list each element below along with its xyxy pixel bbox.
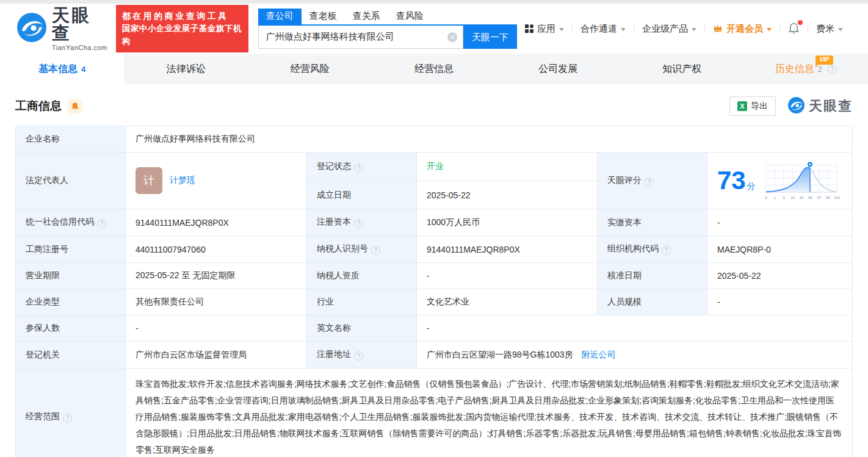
table-row: 企业类型 其他有限责任公司 行业 文化艺术业 人员规模 - <box>16 289 853 315</box>
chevron-down-icon <box>838 28 843 31</box>
field-label-company-type: 企业类型 <box>16 289 126 315</box>
tianyancha-logo[interactable]: 天眼查 TianYanCha.com <box>17 7 107 51</box>
field-value-insured: - <box>126 315 307 342</box>
field-value-business-term: 2025-05-22 至 无固定期限 <box>126 263 307 289</box>
help-icon[interactable]: ? <box>97 219 106 228</box>
field-label-reg-capital: 注册资本? <box>307 209 417 236</box>
search-button[interactable]: 天眼一下 <box>463 26 517 49</box>
svg-text:X: X <box>740 103 745 110</box>
nav-apps[interactable]: 应用 <box>517 23 572 35</box>
address-text: 广州市白云区望湖一路98号G栋1003房 <box>427 350 573 359</box>
field-value-company-type: 其他有限责任公司 <box>126 289 307 315</box>
nav-enterprise[interactable]: 企业级产品 <box>634 23 704 35</box>
search-tab-company[interactable]: 查公司 <box>258 9 302 24</box>
field-label-taxpayer-quality: 纳税人资质 <box>307 263 417 289</box>
site-header: 天眼查 TianYanCha.com 都在用的商业查询工具 国家中小企业发展子基… <box>0 4 868 54</box>
field-label-company-name: 企业名称 <box>16 126 126 153</box>
tab-history-info[interactable]: VIP 历史信息 2 ? <box>744 54 868 84</box>
field-label-text: 登记状态 <box>317 161 351 171</box>
notification-bell[interactable] <box>780 23 808 35</box>
field-label-text: 纳税人识别号 <box>317 243 368 253</box>
field-label-credit-code: 统一社会信用代码? <box>16 209 126 236</box>
tab-intellectual-property[interactable]: 知识产权 <box>620 54 744 84</box>
nav-user[interactable]: 费米 <box>808 23 851 35</box>
field-label-taxpayer-id: 纳税人识别号? <box>307 236 417 263</box>
field-value-credit-code: 91440111MAEJQR8P0X <box>126 209 307 236</box>
clear-icon[interactable]: ✕ <box>447 32 457 42</box>
field-value-scope: 珠宝首饰批发;软件开发;信息技术咨询服务;网络技术服务;文艺创作;食品销售（仅销… <box>126 369 853 457</box>
field-value-legal-rep: 计 计梦瑶 <box>126 153 307 209</box>
main-content: 工商信息 X 导出 <box>0 84 868 457</box>
table-row: 营业期限 2025-05-22 至 无固定期限 纳税人资质 - 核准日期 202… <box>16 263 853 289</box>
svg-text:15: 15 <box>790 196 795 200</box>
field-value-english-name: - <box>417 315 853 342</box>
svg-text:3: 3 <box>783 196 785 200</box>
field-label-english-name: 英文名称 <box>307 315 417 342</box>
search-tab-risk[interactable]: 查风险 <box>388 9 432 24</box>
field-label-reg-authority: 登记机关 <box>16 342 126 369</box>
export-label: 导出 <box>751 101 768 112</box>
field-label-org-code: 组织机构代码? <box>598 236 707 263</box>
svg-text:50: 50 <box>799 196 803 200</box>
field-value-score: 73分 <box>707 153 853 209</box>
field-value-reg-number: 440111007947060 <box>126 236 307 263</box>
score-unit: 分 <box>747 181 756 191</box>
help-icon[interactable]: ? <box>828 65 837 74</box>
field-label-text: 天眼评分 <box>607 175 642 185</box>
business-info-table: 企业名称 广州做点好事网络科技有限公司 法定代表人 计 计梦瑶 登记状态? 开业 <box>15 126 853 457</box>
monitor-bell-button[interactable] <box>68 99 82 113</box>
export-button[interactable]: X 导出 <box>729 96 776 116</box>
field-value-approval-date: 2025-05-22 <box>707 263 853 289</box>
svg-text:100: 100 <box>834 196 841 200</box>
svg-text:99: 99 <box>826 196 830 200</box>
table-row: 工商注册号 440111007947060 纳税人识别号? 91440111MA… <box>16 236 853 263</box>
field-label-reg-status: 登记状态? <box>307 153 417 181</box>
tab-count: 4 <box>81 65 85 74</box>
search-tab-boss[interactable]: 查老板 <box>302 9 345 24</box>
svg-text:85: 85 <box>808 196 812 200</box>
field-label-approval-date: 核准日期 <box>598 263 707 289</box>
help-icon[interactable]: ? <box>354 164 363 173</box>
field-value-reg-capital: 1000万人民币 <box>417 209 598 236</box>
search-input[interactable] <box>258 26 463 49</box>
nav-enterprise-label: 企业级产品 <box>642 23 688 35</box>
crown-icon <box>713 24 723 34</box>
field-label-scope: 经营范围? <box>16 369 126 457</box>
nav-user-label: 费米 <box>816 23 834 35</box>
tab-company-development[interactable]: 公司发展 <box>496 54 620 84</box>
tab-label: 历史信息 <box>775 63 814 76</box>
table-row: 经营范围? 珠宝首饰批发;软件开发;信息技术咨询服务;网络技术服务;文艺创作;食… <box>16 369 853 457</box>
legal-rep-link[interactable]: 计梦瑶 <box>170 175 195 186</box>
nav-vip[interactable]: 开通会员 <box>705 23 779 35</box>
avatar[interactable]: 计 <box>136 167 162 194</box>
help-icon[interactable]: ? <box>371 246 380 255</box>
table-row: 参保人数 - 英文名称 - <box>16 315 853 342</box>
nav-apps-label: 应用 <box>537 23 555 35</box>
excel-icon: X <box>737 101 747 111</box>
nav-partner[interactable]: 合作通道 <box>573 23 634 35</box>
table-row: 登记机关 广州市白云区市场监督管理局 注册地址? 广州市白云区望湖一路98号G栋… <box>16 342 853 369</box>
search-tab-relation[interactable]: 查关系 <box>345 9 388 24</box>
chevron-down-icon <box>559 28 564 31</box>
tab-label: 基本信息 <box>38 63 78 76</box>
tab-operation-info[interactable]: 经营信息 <box>372 54 496 84</box>
promo-line-1: 都在用的商业查询工具 <box>122 10 242 23</box>
help-icon[interactable]: ? <box>63 414 72 423</box>
company-tabbar: 基本信息 4 法律诉讼 经营风险 经营信息 公司发展 知识产权 VIP 历史信息… <box>0 54 868 84</box>
tab-operation-risk[interactable]: 经营风险 <box>248 54 372 84</box>
nearby-companies-link[interactable]: 附近公司 <box>582 350 616 359</box>
field-value-taxpayer-quality: - <box>417 263 598 289</box>
table-row: 法定代表人 计 计梦瑶 登记状态? 开业 天眼评分? <box>16 153 853 181</box>
tab-basic-info[interactable]: 基本信息 4 <box>0 54 124 84</box>
bell-icon <box>788 23 800 35</box>
help-icon[interactable]: ? <box>354 351 363 361</box>
field-label-reg-address: 注册地址? <box>307 342 417 369</box>
field-value-industry: 文化艺术业 <box>417 289 598 315</box>
tab-legal-litigation[interactable]: 法律诉讼 <box>124 54 248 84</box>
help-icon[interactable]: ? <box>645 178 654 187</box>
svg-text:1: 1 <box>774 196 776 200</box>
help-icon[interactable]: ? <box>662 246 671 255</box>
help-icon[interactable]: ? <box>354 219 363 228</box>
promo-line-2: 国家中小企业发展子基金旗下机构 <box>122 23 242 48</box>
field-label-industry: 行业 <box>307 289 417 315</box>
